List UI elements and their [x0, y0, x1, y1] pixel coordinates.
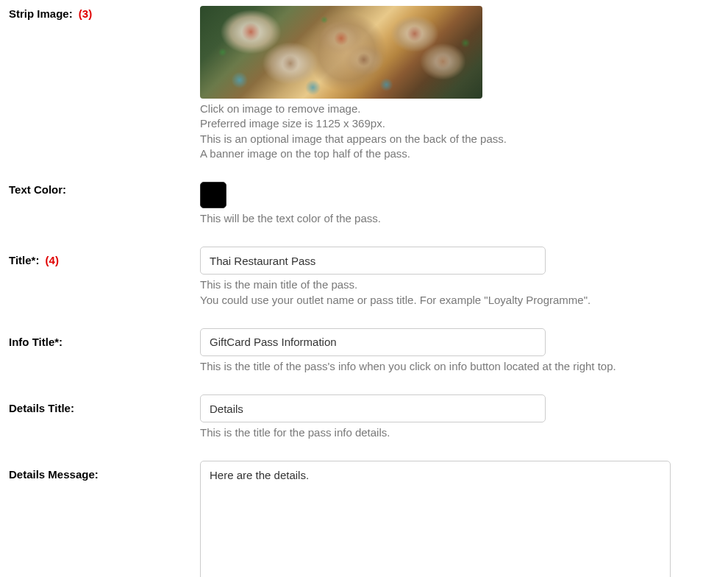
strip-image-help-line1: Click on image to remove image. — [200, 102, 671, 116]
text-color-help: This will be the text color of the pass. — [200, 211, 671, 226]
details-title-help-line: This is the title for the pass info deta… — [200, 425, 671, 440]
strip-image-help: Click on image to remove image. Preferre… — [200, 102, 671, 161]
strip-image-help-line4: A banner image on the top half of the pa… — [200, 146, 671, 161]
title-input[interactable] — [200, 247, 546, 275]
strip-image-help-line3: This is an optional image that appears o… — [200, 132, 671, 146]
text-color-label: Text Color: — [9, 183, 66, 196]
details-message-textarea[interactable] — [200, 461, 671, 577]
title-label-col: Title*: (4) — [9, 247, 200, 266]
details-title-help: This is the title for the pass info deta… — [200, 425, 671, 440]
text-color-label-col: Text Color: — [9, 182, 200, 196]
details-title-input[interactable] — [200, 394, 546, 422]
info-title-label: Info Title*: — [9, 336, 63, 348]
text-color-help-line: This will be the text color of the pass. — [200, 211, 671, 226]
title-help: This is the main title of the pass. You … — [200, 277, 671, 308]
strip-image-preview[interactable] — [200, 6, 482, 99]
text-color-swatch[interactable] — [200, 182, 226, 208]
text-color-row: Text Color: This will be the text color … — [9, 182, 719, 226]
strip-image-help-line2: Preferred image size is 1125 x 369px. — [200, 116, 671, 131]
strip-image-field-col: Click on image to remove image. Preferre… — [200, 6, 671, 161]
details-message-label: Details Message: — [9, 468, 99, 481]
info-title-input[interactable] — [200, 328, 546, 356]
title-help-line2: You could use your outlet name or pass t… — [200, 293, 671, 308]
strip-image-row: Strip Image: (3) Click on image to remov… — [9, 6, 719, 161]
details-message-row: Details Message: This is the details or … — [9, 461, 719, 577]
title-annotation: (4) — [46, 254, 59, 266]
strip-image-annotation: (3) — [79, 7, 92, 20]
title-row: Title*: (4) This is the main title of th… — [9, 247, 719, 308]
info-title-row: Info Title*: This is the title of the pa… — [9, 328, 719, 374]
strip-image-label: Strip Image: — [9, 7, 73, 20]
text-color-field-col: This will be the text color of the pass. — [200, 182, 671, 226]
title-label: Title*: — [9, 254, 39, 266]
details-title-label: Details Title: — [9, 402, 74, 414]
info-title-help: This is the title of the pass's info whe… — [200, 359, 671, 374]
details-title-label-col: Details Title: — [9, 394, 200, 414]
details-message-field-col: This is the details or terms & condition… — [200, 461, 671, 577]
details-message-label-col: Details Message: — [9, 461, 200, 481]
details-title-field-col: This is the title for the pass info deta… — [200, 394, 671, 440]
strip-image-label-col: Strip Image: (3) — [9, 6, 200, 20]
title-field-col: This is the main title of the pass. You … — [200, 247, 671, 308]
info-title-field-col: This is the title of the pass's info whe… — [200, 328, 671, 374]
details-title-row: Details Title: This is the title for the… — [9, 394, 719, 440]
info-title-label-col: Info Title*: — [9, 328, 200, 348]
title-help-line1: This is the main title of the pass. — [200, 277, 671, 292]
info-title-help-line: This is the title of the pass's info whe… — [200, 359, 671, 374]
